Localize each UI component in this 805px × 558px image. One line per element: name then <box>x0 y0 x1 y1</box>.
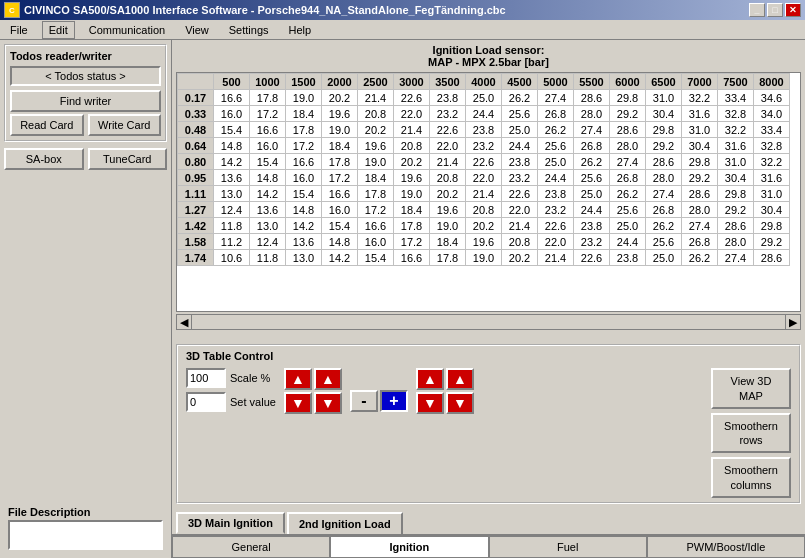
table-cell[interactable]: 16.6 <box>250 122 286 138</box>
arrow-up-left-2[interactable]: ▲ <box>416 368 444 390</box>
smoothern-columns-button[interactable]: Smoothern columns <box>711 457 791 498</box>
table-cell[interactable]: 19.0 <box>322 122 358 138</box>
data-table-wrapper[interactable]: 5001000150020002500300035004000450050005… <box>176 72 801 312</box>
menu-help[interactable]: Help <box>283 22 318 38</box>
table-cell[interactable]: 15.4 <box>358 250 394 266</box>
table-cell[interactable]: 20.2 <box>322 90 358 106</box>
table-cell[interactable]: 25.0 <box>466 90 502 106</box>
table-cell[interactable]: 14.2 <box>322 250 358 266</box>
menu-file[interactable]: File <box>4 22 34 38</box>
menu-edit[interactable]: Edit <box>42 21 75 39</box>
table-cell[interactable]: 12.4 <box>214 202 250 218</box>
table-cell[interactable]: 20.2 <box>466 218 502 234</box>
table-cell[interactable]: 16.0 <box>358 234 394 250</box>
tab-2nd-ignition-load[interactable]: 2nd Ignition Load <box>287 512 403 534</box>
table-cell[interactable]: 23.8 <box>574 218 610 234</box>
arrow-down-left[interactable]: ▼ <box>284 392 312 414</box>
table-cell[interactable]: 19.0 <box>394 186 430 202</box>
tab-3d-main-ignition[interactable]: 3D Main Ignition <box>176 512 285 534</box>
table-cell[interactable]: 19.6 <box>358 138 394 154</box>
table-cell[interactable]: 33.4 <box>718 90 754 106</box>
table-cell[interactable]: 15.4 <box>250 154 286 170</box>
table-cell[interactable]: 23.2 <box>502 170 538 186</box>
scroll-right-button[interactable]: ▶ <box>785 314 801 330</box>
table-cell[interactable]: 28.0 <box>646 170 682 186</box>
table-cell[interactable]: 22.0 <box>394 106 430 122</box>
table-cell[interactable]: 18.4 <box>286 106 322 122</box>
table-cell[interactable]: 17.8 <box>430 250 466 266</box>
plus-button[interactable]: + <box>380 390 408 412</box>
table-cell[interactable]: 11.8 <box>250 250 286 266</box>
table-cell[interactable]: 20.8 <box>430 170 466 186</box>
table-cell[interactable]: 22.0 <box>538 234 574 250</box>
table-cell[interactable]: 13.6 <box>250 202 286 218</box>
table-cell[interactable]: 19.6 <box>466 234 502 250</box>
table-cell[interactable]: 20.8 <box>394 138 430 154</box>
table-cell[interactable]: 32.2 <box>682 90 718 106</box>
table-cell[interactable]: 34.0 <box>754 106 790 122</box>
table-cell[interactable]: 28.6 <box>610 122 646 138</box>
table-cell[interactable]: 30.4 <box>718 170 754 186</box>
table-cell[interactable]: 16.6 <box>322 186 358 202</box>
table-cell[interactable]: 16.0 <box>250 138 286 154</box>
minus-button[interactable]: - <box>350 390 378 412</box>
table-cell[interactable]: 19.0 <box>466 250 502 266</box>
menu-settings[interactable]: Settings <box>223 22 275 38</box>
table-cell[interactable]: 28.6 <box>682 186 718 202</box>
table-cell[interactable]: 26.8 <box>574 138 610 154</box>
table-cell[interactable]: 13.0 <box>214 186 250 202</box>
table-cell[interactable]: 31.0 <box>682 122 718 138</box>
table-cell[interactable]: 13.0 <box>286 250 322 266</box>
table-cell[interactable]: 22.0 <box>466 170 502 186</box>
table-cell[interactable]: 25.6 <box>646 234 682 250</box>
minimize-button[interactable]: _ <box>749 3 765 17</box>
arrow-up-left[interactable]: ▲ <box>284 368 312 390</box>
table-cell[interactable]: 23.8 <box>502 154 538 170</box>
table-cell[interactable]: 14.8 <box>250 170 286 186</box>
table-cell[interactable]: 17.8 <box>250 90 286 106</box>
table-cell[interactable]: 26.2 <box>538 122 574 138</box>
table-cell[interactable]: 21.4 <box>430 154 466 170</box>
table-cell[interactable]: 16.0 <box>322 202 358 218</box>
table-cell[interactable]: 29.2 <box>682 170 718 186</box>
table-cell[interactable]: 22.6 <box>430 122 466 138</box>
table-cell[interactable]: 26.8 <box>646 202 682 218</box>
file-description-input[interactable] <box>8 520 163 550</box>
table-cell[interactable]: 23.8 <box>538 186 574 202</box>
table-cell[interactable]: 26.2 <box>610 186 646 202</box>
table-cell[interactable]: 19.6 <box>430 202 466 218</box>
table-cell[interactable]: 23.2 <box>466 138 502 154</box>
table-cell[interactable]: 25.6 <box>502 106 538 122</box>
table-cell[interactable]: 25.0 <box>502 122 538 138</box>
table-cell[interactable]: 22.6 <box>538 218 574 234</box>
table-cell[interactable]: 20.2 <box>394 154 430 170</box>
table-cell[interactable]: 14.8 <box>286 202 322 218</box>
table-cell[interactable]: 17.8 <box>394 218 430 234</box>
table-cell[interactable]: 25.6 <box>538 138 574 154</box>
read-card-button[interactable]: Read Card <box>10 114 84 136</box>
table-cell[interactable]: 30.4 <box>682 138 718 154</box>
table-cell[interactable]: 20.8 <box>502 234 538 250</box>
table-cell[interactable]: 24.4 <box>574 202 610 218</box>
table-cell[interactable]: 22.6 <box>574 250 610 266</box>
table-cell[interactable]: 26.2 <box>682 250 718 266</box>
table-cell[interactable]: 26.8 <box>538 106 574 122</box>
maximize-button[interactable]: □ <box>767 3 783 17</box>
table-cell[interactable]: 23.8 <box>466 122 502 138</box>
menu-communication[interactable]: Communication <box>83 22 171 38</box>
table-cell[interactable]: 29.2 <box>754 234 790 250</box>
table-cell[interactable]: 17.8 <box>358 186 394 202</box>
table-cell[interactable]: 24.4 <box>502 138 538 154</box>
table-cell[interactable]: 28.0 <box>610 138 646 154</box>
todos-status-button[interactable]: < Todos status > <box>10 66 161 86</box>
scale-input[interactable] <box>186 368 226 388</box>
table-cell[interactable]: 19.6 <box>394 170 430 186</box>
table-cell[interactable]: 32.8 <box>718 106 754 122</box>
table-cell[interactable]: 19.0 <box>430 218 466 234</box>
table-cell[interactable]: 11.8 <box>214 218 250 234</box>
table-cell[interactable]: 20.2 <box>358 122 394 138</box>
arrow-up-right-2[interactable]: ▲ <box>446 368 474 390</box>
table-cell[interactable]: 23.2 <box>574 234 610 250</box>
table-cell[interactable]: 12.4 <box>250 234 286 250</box>
table-cell[interactable]: 30.4 <box>646 106 682 122</box>
